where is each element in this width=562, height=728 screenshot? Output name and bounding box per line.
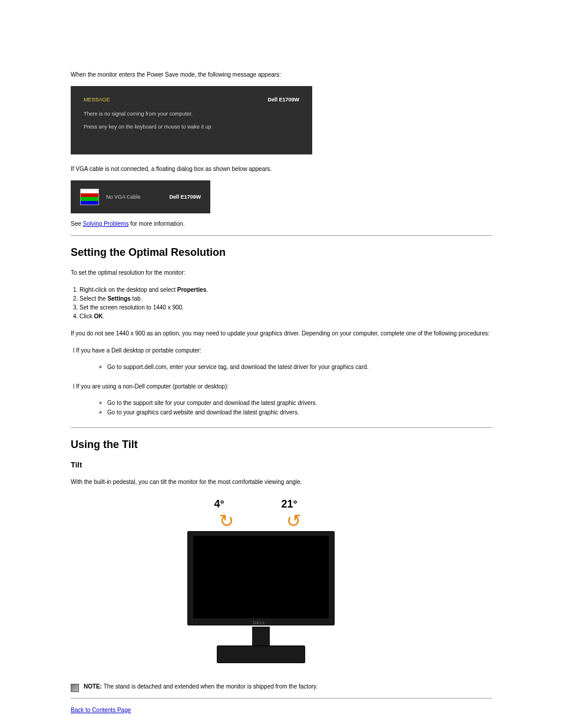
tilt-angle-left: 4° [214,498,224,510]
back-to-contents-link[interactable]: Back to Contents Page [71,707,131,713]
monitor-figure-wrap: 4° 21° ↻ ↺ DELL [71,498,492,669]
para-tilt: With the built-in pedestal, you can tilt… [71,477,492,486]
list2-sublist: Go to the support site for your computer… [107,399,492,417]
arrow-down-icon: ↻ [219,512,234,530]
note-row: NOTE: The stand is detached and extended… [71,683,492,692]
step-3: 3. Set the screen resolution to 1440 x 9… [73,303,492,312]
osd-message-label: MESSAGE [84,97,110,103]
para-set-resolution: To set the optimal resolution for the mo… [71,268,492,277]
heading-using-tilt: Using the Tilt [71,439,492,451]
back-to-contents: Back to Contents Page [71,707,492,713]
solving-problems-link[interactable]: Solving Problems [83,220,129,227]
osd-model-label-2: Dell E1709W [169,194,201,200]
step-1: 1. Right-click on the desktop and select… [73,285,492,294]
osd-line1: There is no signal coming from your comp… [84,111,299,117]
steps-block: 1. Right-click on the desktop and select… [73,285,492,321]
divider [71,235,492,236]
monitor-figure: 4° 21° ↻ ↺ DELL [181,498,382,669]
para-update-driver: If you do not see 1440 x 900 as an optio… [71,329,492,338]
arrow-up-icon: ↺ [286,512,301,530]
osd-model-label: Dell E1709W [267,97,299,103]
monitor-screen [193,536,329,618]
heading-optimal-resolution: Setting the Optimal Resolution [71,246,492,259]
monitor-neck [252,627,270,645]
list1-lead: l If you have a Dell desktop or portable… [73,346,492,355]
monitor-logo: DELL [253,621,266,625]
list1-sublist: Go to support.dell.com, enter your servi… [107,363,492,371]
divider [71,698,492,699]
step-4: 4. Click OK. [73,312,492,321]
color-bars-icon [80,189,99,205]
between-text: If VGA cable is not connected, a floatin… [71,165,492,173]
see-prefix: See [71,220,83,227]
see-more-text: See Solving Problems for more informatio… [71,220,492,227]
tilt-angle-right: 21° [282,498,297,510]
osd-no-vga-box: No VGA Cable Dell E1709W [71,180,210,213]
heading-tilt: Tilt [71,460,492,469]
see-suffix: for more information. [128,220,184,227]
list2-sub2: Go to your graphics card website and dow… [107,409,492,417]
note-text: NOTE: The stand is detached and extended… [84,683,318,690]
list1-sub1: Go to support.dell.com, enter your servi… [107,363,492,371]
intro-text: When the monitor enters the Power Save m… [71,71,492,79]
note-icon [71,684,79,692]
monitor-base [217,645,305,663]
list2-sub1: Go to the support site for your computer… [107,399,492,407]
divider [71,427,492,428]
list2-lead: l If you are using a non-Dell computer (… [73,382,492,391]
osd-message-box: MESSAGE Dell E1709W There is no signal c… [71,86,312,154]
step-2: 2. Select the Settings tab. [73,294,492,303]
no-vga-text: No VGA Cable [106,194,162,200]
osd-line2: Press any key on the keyboard or mouse t… [84,124,299,130]
